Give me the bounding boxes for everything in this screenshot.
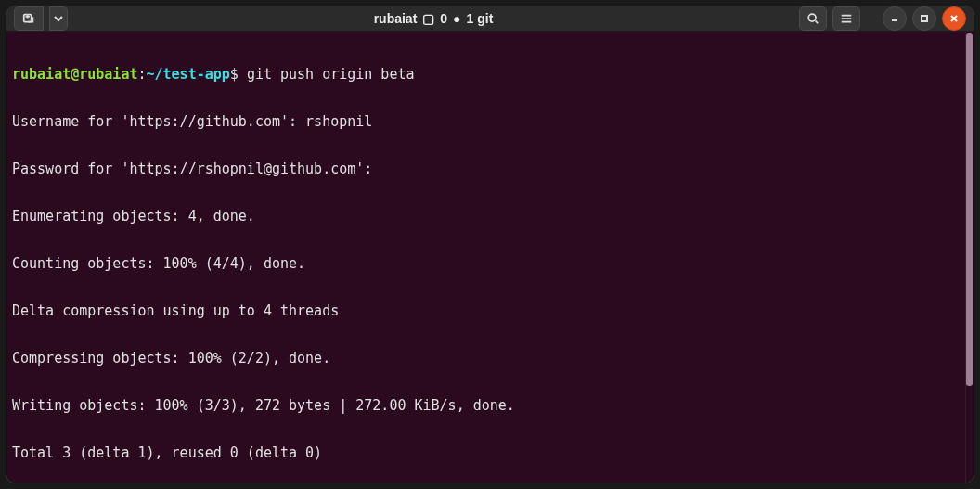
prompt-sign: $ xyxy=(230,66,239,83)
output-line: Writing objects: 100% (3/3), 272 bytes |… xyxy=(12,398,968,414)
terminal-viewport[interactable]: rubaiat@rubaiat:~/test-app$ git push ori… xyxy=(6,32,974,483)
output-line: Username for 'https://github.com': rshop… xyxy=(12,114,968,130)
hamburger-menu-button[interactable] xyxy=(832,6,860,31)
svg-point-1 xyxy=(808,14,816,21)
scrollbar-track[interactable] xyxy=(965,32,974,483)
output-line: Enumerating objects: 4, done. xyxy=(12,209,968,225)
prompt-path: ~/test-app xyxy=(147,66,230,83)
prompt-line: rubaiat@rubaiat:~/test-app$ git push ori… xyxy=(12,67,968,83)
maximize-button[interactable] xyxy=(912,6,936,31)
new-tab-icon xyxy=(22,12,35,25)
close-icon xyxy=(949,14,959,23)
title-workspace-num: 0 xyxy=(440,11,447,26)
title-session: 1 git xyxy=(467,11,494,26)
prompt-user: rubaiat xyxy=(12,66,71,83)
maximize-icon xyxy=(920,14,929,23)
output-line: Counting objects: 100% (4/4), done. xyxy=(12,256,968,272)
minimize-button[interactable] xyxy=(883,6,907,31)
output-line: Total 3 (delta 1), reused 0 (delta 0) xyxy=(12,445,968,461)
hamburger-icon xyxy=(840,12,853,25)
output-line: Compressing objects: 100% (2/2), done. xyxy=(12,351,968,367)
output-line: Password for 'https://rshopnil@github.co… xyxy=(12,161,968,177)
close-button[interactable] xyxy=(942,6,966,31)
title-dot: ● xyxy=(453,11,460,26)
search-button[interactable] xyxy=(799,6,827,31)
prompt-at: @ xyxy=(71,66,79,83)
titlebar: rubaiat ▢ 0 ● 1 git xyxy=(6,6,974,32)
chevron-down-icon xyxy=(54,15,63,22)
prompt-colon: : xyxy=(137,66,146,83)
new-tab-button[interactable] xyxy=(14,6,44,31)
command-text: git push origin beta xyxy=(247,66,415,83)
svg-rect-2 xyxy=(922,16,927,21)
minimize-icon xyxy=(890,14,899,23)
output-line: Delta compression using up to 4 threads xyxy=(12,303,968,319)
search-icon xyxy=(806,12,819,25)
tab-dropdown-button[interactable] xyxy=(49,6,68,31)
title-user: rubaiat xyxy=(374,11,418,26)
window-title: rubaiat ▢ 0 ● 1 git xyxy=(73,11,793,26)
title-workspace-icon: ▢ xyxy=(422,11,434,26)
terminal-window: rubaiat ▢ 0 ● 1 git rubaiat@rubaiat:~/te… xyxy=(6,6,974,483)
prompt-host: rubaiat xyxy=(79,66,137,83)
scrollbar-thumb[interactable] xyxy=(966,33,973,386)
